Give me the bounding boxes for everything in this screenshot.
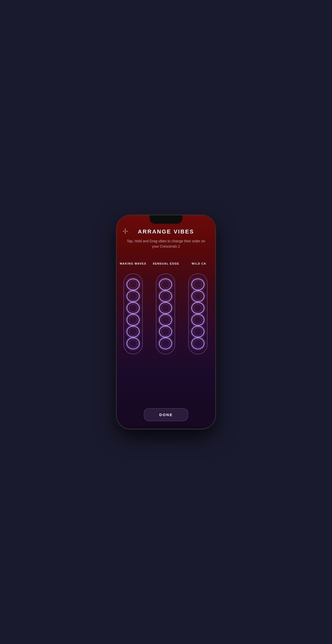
vibe-card-sensual-edge[interactable] [152,273,179,354]
motor-ring-0-3 [127,302,140,314]
vibe-label-0: MAKING WAVES [117,262,150,265]
motor-ring-0-2 [127,290,140,302]
vibe-card-wild-card[interactable] [184,273,212,354]
motor-ring-0-5 [127,326,140,338]
handle-line [125,228,126,234]
motor-ring-1-2 [159,290,172,302]
motor-ring-0-4 [127,314,140,326]
page-title: ARRANGE VIBES [127,228,205,235]
vibes-labels-row: MAKING WAVES SENSUAL EDGE WILD CA [117,262,215,265]
vibrator-device-1 [156,273,175,354]
motor-ring-0-1 [127,278,140,290]
notch [150,215,182,224]
page-subtitle: Tap, Hold and Drag vibes to change their… [127,239,205,249]
vibes-cards-row [119,273,215,354]
motor-ring-2-1 [191,278,204,290]
motor-ring-2-6 [191,337,204,349]
motor-ring-2-2 [191,290,204,302]
title-section: ARRANGE VIBES Tap, Hold and Drag vibes t… [117,226,215,249]
phone-frame: ◂ ▸ ARRANGE VIBES Tap, Hold and Drag vib… [117,215,215,429]
motor-ring-1-3 [159,302,172,314]
motor-ring-1-5 [159,326,172,338]
motor-ring-1-1 [159,278,172,290]
motor-ring-1-6 [159,337,172,349]
vibe-card-making-waves[interactable] [119,273,147,354]
motor-ring-2-3 [191,302,204,314]
drag-handle-icon: ◂ ▸ [123,228,128,234]
motor-ring-2-5 [191,326,204,338]
done-button[interactable]: DONE [144,408,188,421]
vibe-label-1: SENSUAL EDGE [150,262,182,265]
motor-ring-0-6 [127,337,140,349]
motor-ring-2-4 [191,314,204,326]
motor-ring-1-4 [159,314,172,326]
screen-content: ◂ ▸ ARRANGE VIBES Tap, Hold and Drag vib… [117,215,215,429]
vibe-label-2: WILD CA [182,262,215,265]
phone-screen: ◂ ▸ ARRANGE VIBES Tap, Hold and Drag vib… [117,215,215,429]
vibes-scroll-area[interactable]: MAKING WAVES SENSUAL EDGE WILD CA [117,260,215,403]
arrow-right-icon: ▸ [127,230,128,232]
arrow-left-icon: ◂ [123,230,124,232]
vibrator-device-0 [123,273,143,354]
vibrator-device-2 [188,273,208,354]
